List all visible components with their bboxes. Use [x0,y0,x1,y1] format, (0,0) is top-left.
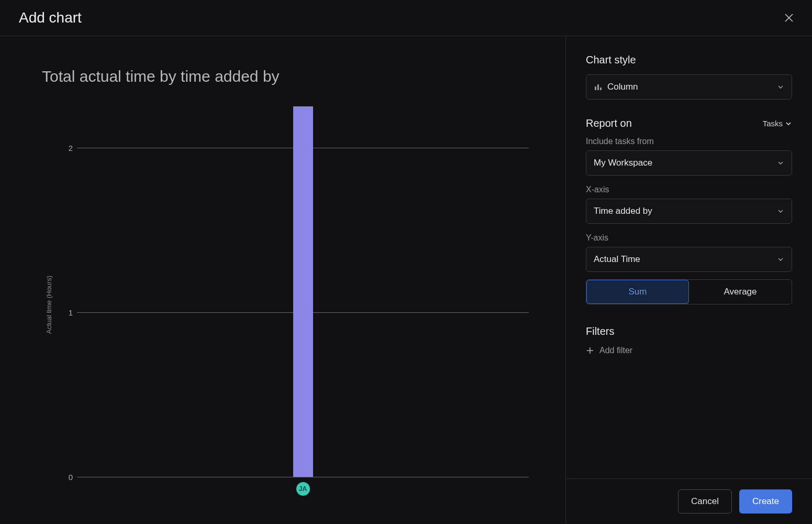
close-icon [784,13,794,23]
report-on-value: Tasks [763,119,783,128]
report-on-title: Report on [586,117,632,129]
include-tasks-label: Include tasks from [586,137,792,146]
chart-preview-title: Total actual time by time added by [42,68,529,85]
config-pane: Chart style Column Report on Tasks Incl [566,36,812,524]
filters-section: Filters Add filter [586,325,792,355]
aggregation-average-button[interactable]: Average [689,280,792,304]
chart-plot: 012JA [61,106,529,477]
x-tick-avatar: JA [296,482,310,496]
y-tick-label: 0 [61,473,73,482]
filters-title: Filters [586,325,792,337]
chevron-down-icon [777,256,784,263]
y-tick-label: 1 [61,308,73,316]
x-axis-label: X-axis [586,185,792,194]
modal-header: Add chart [0,0,812,36]
config-scroll: Chart style Column Report on Tasks Incl [566,36,812,478]
y-tick-label: 2 [61,143,73,152]
x-axis-select[interactable]: Time added by [586,199,792,224]
y-axis-select[interactable]: Actual Time [586,247,792,272]
cancel-button[interactable]: Cancel [678,489,732,514]
include-tasks-value: My Workspace [594,158,652,168]
chart-area: Actual time (Hours) 012JA [42,106,529,503]
add-filter-button[interactable]: Add filter [586,346,792,355]
y-axis-label: Actual time (Hours) [42,276,56,334]
chart-style-value: Column [607,82,638,92]
aggregation-toggle: Sum Average [586,279,792,304]
close-button[interactable] [781,9,797,26]
plus-icon [586,346,594,355]
chart-preview-pane: Total actual time by time added by Actua… [0,36,566,524]
svg-rect-2 [595,86,596,90]
svg-rect-4 [600,88,602,90]
x-axis-row [56,477,529,503]
y-axis-value: Actual Time [594,254,640,265]
column-chart-icon [594,83,602,91]
plot-wrapper: 012JA [56,106,529,503]
add-chart-modal: Add chart Total actual time by time adde… [0,0,812,524]
chevron-down-icon [785,120,792,127]
config-footer: Cancel Create [566,478,812,524]
y-axis-label-field: Y-axis [586,233,792,243]
create-button[interactable]: Create [739,489,792,514]
modal-body: Total actual time by time added by Actua… [0,36,812,524]
add-filter-label: Add filter [599,346,632,355]
chart-style-section-title: Chart style [586,54,792,66]
chevron-down-icon [777,83,784,91]
report-on-header: Report on Tasks [586,117,792,129]
aggregation-sum-button[interactable]: Sum [586,280,689,304]
x-axis-value: Time added by [594,206,652,216]
chevron-down-icon [777,208,784,215]
modal-title: Add chart [19,9,82,26]
svg-rect-3 [597,84,599,90]
chart-bar[interactable] [293,106,313,477]
gridline [77,477,529,477]
chart-style-select[interactable]: Column [586,74,792,100]
chevron-down-icon [777,159,784,167]
report-on-select[interactable]: Tasks [763,119,792,128]
include-tasks-select[interactable]: My Workspace [586,150,792,176]
